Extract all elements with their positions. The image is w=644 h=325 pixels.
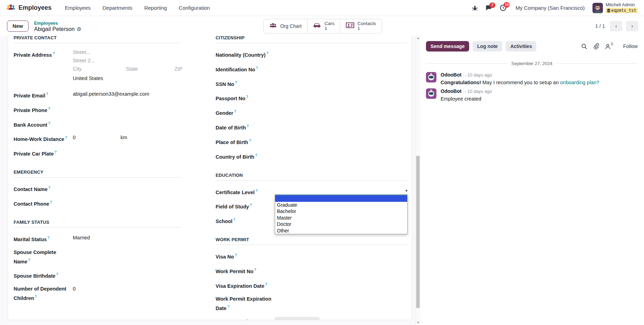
country-value[interactable]: United States bbox=[73, 76, 103, 81]
children-input[interactable]: 0 bbox=[73, 285, 181, 302]
help-icon[interactable]: ? bbox=[247, 124, 249, 128]
scrollbar-up-arrow[interactable]: ▲ bbox=[416, 37, 420, 39]
section-family-status: FAMILY STATUS bbox=[14, 220, 181, 228]
dropdown-option-bachelor[interactable]: Bachelor bbox=[275, 208, 407, 215]
help-icon[interactable]: ? bbox=[255, 189, 257, 193]
pager-previous-button[interactable]: ‹ bbox=[610, 21, 622, 31]
gender-select[interactable] bbox=[275, 108, 408, 117]
help-icon[interactable]: ? bbox=[235, 253, 237, 257]
help-icon[interactable]: ? bbox=[266, 51, 268, 55]
help-icon[interactable]: ? bbox=[46, 92, 48, 96]
contact-name-input[interactable] bbox=[73, 184, 181, 193]
help-icon[interactable]: ? bbox=[28, 258, 30, 262]
contact-phone-input[interactable] bbox=[73, 198, 181, 208]
followers-icon[interactable]: 0 bbox=[605, 43, 613, 49]
spouse-birthdate-input[interactable] bbox=[73, 270, 181, 280]
cars-button[interactable]: Cars 1 bbox=[307, 19, 340, 33]
upload-file-button[interactable]: Upload your file bbox=[275, 317, 320, 320]
help-icon[interactable]: ? bbox=[227, 304, 229, 309]
street2-input[interactable] bbox=[73, 58, 177, 63]
passport-input[interactable] bbox=[275, 93, 408, 102]
chatter-toolbar: Send message Log note Activities 0 Follo… bbox=[426, 41, 638, 51]
help-icon[interactable]: ? bbox=[235, 80, 237, 85]
help-icon[interactable]: ? bbox=[234, 109, 236, 113]
nationality-input[interactable] bbox=[275, 49, 408, 59]
help-icon[interactable]: ? bbox=[47, 236, 49, 240]
marital-status-select[interactable]: Married bbox=[73, 234, 181, 243]
help-icon[interactable]: ? bbox=[48, 121, 50, 125]
dropdown-option-doctor[interactable]: Doctor bbox=[275, 221, 407, 228]
state-input[interactable] bbox=[126, 66, 174, 72]
user-menu[interactable]: Mitchell Admin eqpmts_tst bbox=[592, 2, 638, 13]
app-home-button[interactable]: Employees bbox=[6, 4, 52, 12]
pob-input[interactable] bbox=[275, 137, 408, 146]
city-input[interactable] bbox=[73, 66, 126, 72]
debug-bug-icon[interactable] bbox=[472, 5, 478, 11]
message-author[interactable]: OdooBot bbox=[441, 88, 461, 94]
attachment-paperclip-icon[interactable] bbox=[593, 43, 599, 49]
new-button[interactable]: New bbox=[7, 21, 29, 32]
help-icon[interactable]: ? bbox=[233, 217, 235, 222]
help-icon[interactable]: ? bbox=[249, 138, 251, 143]
activities-clock-icon[interactable]: 15 bbox=[500, 5, 506, 11]
help-icon[interactable]: ? bbox=[54, 150, 56, 154]
activities-button[interactable]: Activities bbox=[506, 41, 536, 51]
messages-icon[interactable]: 7 bbox=[486, 5, 492, 11]
car-plate-input[interactable] bbox=[73, 148, 181, 158]
log-note-button[interactable]: Log note bbox=[473, 41, 502, 51]
help-icon[interactable]: ? bbox=[246, 319, 248, 320]
help-icon[interactable]: ? bbox=[255, 153, 257, 157]
help-icon[interactable]: ? bbox=[256, 66, 258, 70]
help-icon[interactable]: ? bbox=[48, 185, 51, 190]
certificate-level-select[interactable]: ▾ bbox=[275, 187, 408, 195]
nav-menu-configuration[interactable]: Configuration bbox=[179, 5, 210, 11]
org-chart-button[interactable]: Org Chart bbox=[264, 19, 307, 33]
street-input[interactable] bbox=[73, 49, 177, 55]
help-icon[interactable]: ? bbox=[53, 51, 55, 55]
visa-expiration-input[interactable] bbox=[275, 280, 408, 290]
send-message-button[interactable]: Send message bbox=[426, 41, 469, 51]
contacts-button[interactable]: Contacts 1 bbox=[340, 19, 381, 33]
dropdown-option-blank[interactable] bbox=[275, 195, 407, 202]
nav-menu-departments[interactable]: Departments bbox=[102, 5, 132, 11]
help-icon[interactable]: ? bbox=[254, 268, 256, 272]
bank-account-input[interactable] bbox=[73, 119, 181, 129]
scrollbar-down-arrow[interactable]: ▼ bbox=[416, 321, 420, 324]
breadcrumb-employees-link[interactable]: Employees bbox=[34, 20, 82, 26]
nav-menu-reporting[interactable]: Reporting bbox=[144, 5, 167, 11]
spouse-name-input[interactable] bbox=[73, 248, 181, 265]
private-email-input[interactable]: abigail.peterson33@example.com bbox=[73, 90, 181, 100]
visa-no-input[interactable] bbox=[275, 251, 408, 261]
identification-input[interactable] bbox=[275, 64, 408, 73]
onboarding-plan-link[interactable]: onboarding plan? bbox=[560, 80, 599, 85]
dropdown-option-other[interactable]: Other bbox=[275, 228, 407, 234]
follow-button[interactable]: Follow bbox=[623, 43, 638, 49]
company-switcher[interactable]: My Company (San Francisco) bbox=[515, 5, 584, 11]
scrollbar-thumb[interactable] bbox=[416, 156, 420, 308]
message-timestamp: - 10 days ago bbox=[465, 72, 492, 78]
private-phone-input[interactable] bbox=[73, 105, 181, 114]
distance-input[interactable]: 0 bbox=[73, 134, 119, 141]
help-icon[interactable]: ? bbox=[50, 200, 52, 204]
form-scrollbar[interactable]: ▲ ▼ bbox=[416, 36, 420, 325]
dob-input[interactable] bbox=[275, 122, 408, 132]
help-icon[interactable]: ? bbox=[265, 282, 267, 286]
help-icon[interactable]: ? bbox=[246, 95, 248, 99]
cob-input[interactable] bbox=[275, 151, 408, 161]
work-permit-no-input[interactable] bbox=[275, 266, 408, 275]
help-icon[interactable]: ? bbox=[65, 135, 67, 140]
zip-input[interactable] bbox=[174, 66, 199, 72]
help-icon[interactable]: ? bbox=[56, 272, 58, 276]
help-icon[interactable]: ? bbox=[35, 294, 37, 299]
nav-menu-employees[interactable]: Employees bbox=[65, 5, 91, 11]
dropdown-option-master[interactable]: Master bbox=[275, 215, 407, 221]
ssn-input[interactable] bbox=[275, 79, 408, 88]
pager-next-button[interactable]: › bbox=[626, 21, 638, 31]
help-icon[interactable]: ? bbox=[48, 106, 50, 111]
message-author[interactable]: OdooBot bbox=[441, 72, 461, 78]
gear-icon[interactable]: ⚙ bbox=[77, 26, 81, 32]
permit-expiration-input[interactable] bbox=[275, 295, 408, 312]
search-icon[interactable] bbox=[581, 43, 587, 49]
dropdown-option-graduate[interactable]: Graduate bbox=[275, 202, 407, 208]
help-icon[interactable]: ? bbox=[250, 203, 252, 207]
